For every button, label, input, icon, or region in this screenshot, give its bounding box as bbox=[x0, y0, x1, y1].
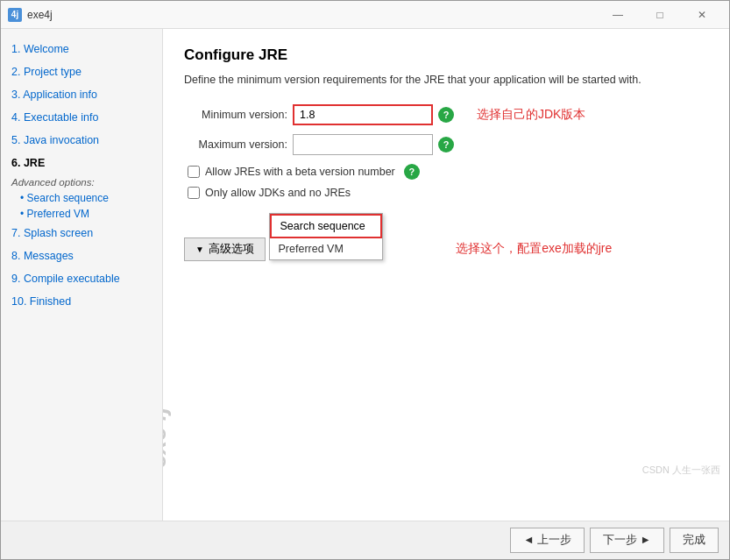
beta-version-checkbox[interactable] bbox=[188, 166, 200, 178]
sidebar-item-preferred-vm[interactable]: • Preferred VM bbox=[1, 206, 162, 222]
sidebar-item-app-info[interactable]: 3. Application info bbox=[1, 83, 162, 106]
title-bar-left: 4j exe4j bbox=[8, 8, 53, 22]
content-area: 1. Welcome 2. Project type 3. Applicatio… bbox=[1, 29, 729, 521]
sidebar-item-messages[interactable]: 8. Messages bbox=[1, 245, 162, 267]
sidebar-item-search-seq[interactable]: • Search sequence bbox=[1, 190, 162, 206]
min-version-row: Minimum version: ? 选择自己的JDK版本 bbox=[184, 104, 708, 125]
advanced-section: ▼ 高级选项 Search sequence Preferred VM 选择这个… bbox=[184, 211, 708, 261]
title-bar: 4j exe4j — □ ✕ bbox=[1, 1, 729, 29]
sidebar-item-compile[interactable]: 9. Compile executable bbox=[1, 267, 162, 290]
advanced-options-button[interactable]: ▼ 高级选项 bbox=[184, 237, 266, 261]
max-version-label: Maximum version: bbox=[184, 138, 287, 151]
jdk-only-row: Only allow JDKs and no JREs bbox=[184, 187, 708, 199]
advanced-btn-label: 高级选项 bbox=[209, 242, 254, 257]
sidebar-item-finished[interactable]: 10. Finished bbox=[1, 290, 162, 313]
sidebar-item-project-type[interactable]: 2. Project type bbox=[1, 60, 162, 83]
sidebar: 1. Welcome 2. Project type 3. Applicatio… bbox=[1, 29, 163, 521]
beta-version-label: Allow JREs with a beta version number bbox=[205, 166, 395, 178]
max-version-input[interactable] bbox=[293, 134, 433, 155]
main-panel: Configure JRE Define the minimum version… bbox=[163, 29, 729, 521]
min-version-input[interactable] bbox=[293, 104, 433, 125]
finish-button[interactable]: 完成 bbox=[670, 528, 719, 553]
beta-help-icon[interactable]: ? bbox=[404, 164, 420, 180]
dropdown-item-search-sequence[interactable]: Search sequence bbox=[270, 214, 382, 238]
back-button[interactable]: ◄ 上一步 bbox=[510, 528, 585, 553]
maximize-button[interactable]: □ bbox=[640, 1, 680, 29]
max-version-row: Maximum version: ? bbox=[184, 134, 708, 155]
watermark: exe4j bbox=[163, 407, 172, 468]
app-icon: 4j bbox=[8, 8, 22, 22]
dropdown-item-preferred-vm[interactable]: Preferred VM bbox=[270, 238, 382, 259]
main-window: 4j exe4j — □ ✕ 1. Welcome 2. Project typ… bbox=[0, 0, 730, 560]
bottom-bar: ◄ 上一步 下一步 ► 完成 bbox=[1, 521, 729, 559]
sidebar-item-jre[interactable]: 6. JRE bbox=[1, 152, 162, 174]
dropdown-arrow-icon: ▼ bbox=[195, 245, 204, 254]
csdn-watermark: CSDN 人生一张西 bbox=[642, 464, 720, 477]
search-seq-annotation: 选择这个，配置exe加载的jre bbox=[456, 241, 612, 255]
jdk-only-checkbox[interactable] bbox=[188, 187, 200, 199]
title-bar-controls: — □ ✕ bbox=[598, 1, 722, 29]
min-version-annotation: 选择自己的JDK版本 bbox=[477, 107, 585, 123]
beta-version-row: Allow JREs with a beta version number ? bbox=[184, 164, 708, 180]
panel-description: Define the minimum version requirements … bbox=[184, 73, 708, 89]
sidebar-advanced-label: Advanced options: bbox=[1, 174, 162, 190]
sidebar-item-java-invoc[interactable]: 5. Java invocation bbox=[1, 129, 162, 152]
window-title: exe4j bbox=[27, 9, 53, 21]
min-version-help-icon[interactable]: ? bbox=[438, 107, 454, 123]
minimize-button[interactable]: — bbox=[598, 1, 638, 29]
max-version-help-icon[interactable]: ? bbox=[438, 137, 454, 152]
advanced-dropdown-menu: Search sequence Preferred VM bbox=[269, 213, 383, 260]
jdk-only-label: Only allow JDKs and no JREs bbox=[205, 187, 351, 199]
min-version-label: Minimum version: bbox=[184, 109, 287, 121]
sidebar-item-welcome[interactable]: 1. Welcome bbox=[1, 38, 162, 60]
panel-title: Configure JRE bbox=[184, 46, 708, 64]
close-button[interactable]: ✕ bbox=[682, 1, 722, 29]
dropdown-list: Search sequence Preferred VM bbox=[269, 213, 383, 260]
sidebar-item-exec-info[interactable]: 4. Executable info bbox=[1, 106, 162, 129]
next-button[interactable]: 下一步 ► bbox=[590, 528, 664, 553]
sidebar-item-splash[interactable]: 7. Splash screen bbox=[1, 222, 162, 245]
